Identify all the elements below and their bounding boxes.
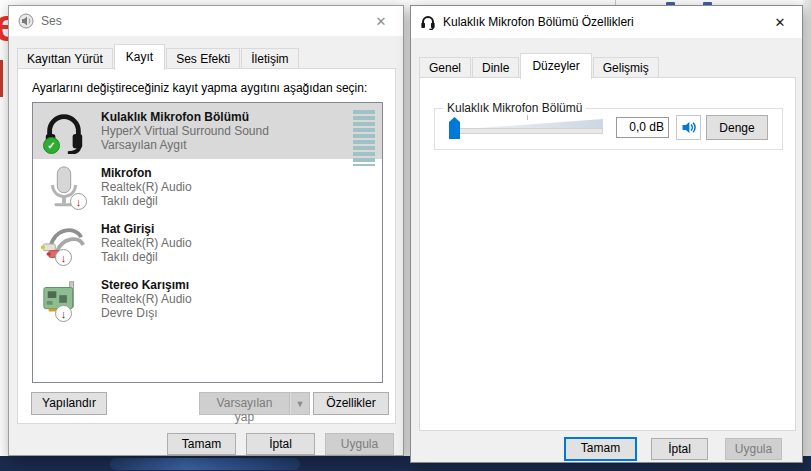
device-status: Takılı değil (101, 194, 192, 208)
microphone-device-icon: ↓ (41, 164, 87, 210)
balance-button[interactable]: Denge (706, 115, 768, 140)
device-status: Devre Dışı (101, 306, 192, 320)
background-red-strip (0, 60, 3, 97)
device-name: Hat Girişi (101, 222, 192, 236)
device-list: ✓ Kulaklık Mikrofon Bölümü HyperX Virtua… (32, 102, 383, 383)
properties-button[interactable]: Özellikler (313, 392, 389, 415)
headset-title-icon (420, 14, 436, 30)
check-badge-icon: ✓ (43, 137, 60, 154)
properties-dialog-title: Kulaklık Mikrofon Bölümü Özellikleri (443, 15, 767, 29)
linein-device-icon: ↓ (41, 220, 87, 266)
down-arrow-badge-icon: ↓ (55, 249, 72, 266)
desktop: e Ses ✕ Kayıttan Yürüt Kayıt Ses Efekti … (0, 0, 811, 471)
apply-button: Uygula (325, 433, 394, 455)
volume-slider-tick (527, 115, 528, 120)
speaker-volume-icon (680, 119, 697, 136)
sound-dialog: Ses ✕ Kayıttan Yürüt Kayıt Ses Efekti İl… (8, 5, 404, 456)
ok-button[interactable]: Tamam (167, 433, 236, 455)
mute-toggle-button[interactable] (676, 115, 701, 140)
background-window-edge (803, 0, 811, 456)
volume-slider-track[interactable] (451, 128, 603, 134)
device-status: Takılı değil (101, 250, 192, 264)
device-status: Varsayılan Aygıt (101, 138, 269, 152)
set-default-splitbutton[interactable]: Varsayılan yap ▼ (199, 392, 310, 415)
taskbar-thumbnail (110, 458, 300, 470)
down-arrow-badge-icon: ↓ (55, 305, 72, 322)
device-driver: Realtek(R) Audio (101, 180, 192, 194)
device-name: Kulaklık Mikrofon Bölümü (101, 110, 269, 124)
sound-dialog-title: Ses (41, 14, 368, 28)
volume-value-field[interactable]: 0,0 dB (616, 117, 669, 138)
instruction-text: Ayarlarını değiştireceğiniz kayıt yapma … (32, 81, 367, 95)
cancel-button[interactable]: İptal (246, 433, 315, 455)
dropdown-arrow-icon[interactable]: ▼ (290, 392, 310, 415)
device-row-headset[interactable]: ✓ Kulaklık Mikrofon Bölümü HyperX Virtua… (33, 103, 382, 159)
headset-device-icon: ✓ (41, 108, 87, 154)
tab-kayit[interactable]: Kayıt (114, 44, 165, 70)
tab-dinle[interactable]: Dinle (472, 57, 519, 79)
device-driver: Realtek(R) Audio (101, 292, 192, 306)
properties-dialog-tabs: Genel Dinle Düzeyler Gelişmiş (419, 54, 660, 79)
group-label: Kulaklık Mikrofon Bölümü (443, 101, 586, 115)
properties-dialog-titlebar[interactable]: Kulaklık Mikrofon Bölümü Özellikleri ✕ (411, 6, 802, 38)
device-name: Mikrofon (101, 166, 192, 180)
volume-slider-thumb[interactable] (449, 117, 460, 139)
device-level-group: Kulaklık Mikrofon Bölümü 0,0 dB Denge (434, 108, 783, 150)
device-row-linein[interactable]: ↓ Hat Girişi Realtek(R) Audio Takılı değ… (33, 215, 382, 271)
down-arrow-badge-icon: ↓ (70, 193, 87, 210)
sound-dialog-titlebar[interactable]: Ses ✕ (9, 6, 403, 36)
configure-button[interactable]: Yapılandır (31, 392, 107, 415)
recording-tab-page: Ayarlarını değiştireceğiniz kayıt yapma … (17, 68, 396, 424)
tab-genel[interactable]: Genel (419, 57, 471, 79)
level-meter (353, 110, 375, 166)
soundcard-device-icon: ↓ (41, 276, 87, 322)
tab-kayittan-yurut[interactable]: Kayıttan Yürüt (17, 48, 113, 70)
cancel-button[interactable]: İptal (651, 438, 708, 460)
tab-ses-efekti[interactable]: Ses Efekti (166, 48, 240, 70)
close-icon[interactable]: ✕ (368, 14, 394, 29)
ok-button[interactable]: Tamam (564, 437, 637, 461)
close-icon[interactable]: ✕ (767, 15, 793, 30)
device-row-microphone[interactable]: ↓ Mikrofon Realtek(R) Audio Takılı değil (33, 159, 382, 215)
set-default-button[interactable]: Varsayılan yap (199, 392, 290, 415)
device-row-stereomix[interactable]: ↓ Stereo Karışımı Realtek(R) Audio Devre… (33, 271, 382, 327)
device-driver: Realtek(R) Audio (101, 236, 192, 250)
apply-button: Uygula (725, 438, 782, 460)
device-driver: HyperX Virtual Surround Sound (101, 124, 269, 138)
levels-tab-page: Kulaklık Mikrofon Bölümü 0,0 dB Denge (419, 77, 796, 431)
tab-duzeyler[interactable]: Düzeyler (520, 53, 591, 79)
device-name: Stereo Karışımı (101, 278, 192, 292)
tab-iletisim[interactable]: İletişim (241, 48, 298, 70)
tab-gelismis[interactable]: Gelişmiş (593, 57, 659, 79)
speaker-title-icon (18, 13, 34, 29)
properties-dialog: Kulaklık Mikrofon Bölümü Özellikleri ✕ G… (410, 5, 803, 463)
sound-dialog-tabs: Kayıttan Yürüt Kayıt Ses Efekti İletişim (17, 45, 300, 70)
